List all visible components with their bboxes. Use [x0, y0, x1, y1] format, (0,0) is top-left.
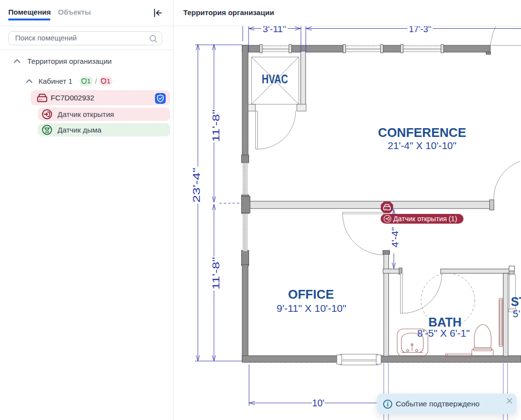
svg-text:HVAC: HVAC: [262, 72, 288, 86]
svg-text:5': 5': [513, 308, 520, 319]
svg-text:8'-5" X 6'-1": 8'-5" X 6'-1": [417, 327, 470, 339]
svg-text:3'-11": 3'-11": [263, 26, 286, 34]
svg-text:4'-4": 4'-4": [390, 227, 400, 248]
svg-text:BATH: BATH: [428, 315, 462, 329]
svg-text:11'-8": 11'-8": [211, 109, 221, 142]
svg-text:10': 10': [312, 398, 325, 408]
svg-text:ST: ST: [511, 295, 521, 308]
svg-text:11'-8": 11'-8": [211, 257, 221, 289]
svg-text:CONFERENCE: CONFERENCE: [378, 126, 466, 139]
svg-text:21'-4" X 10'-10": 21'-4" X 10'-10": [388, 140, 457, 151]
svg-text:9'-11" X 10'-10": 9'-11" X 10'-10": [277, 303, 347, 314]
svg-text:Датчик открытия (1): Датчик открытия (1): [393, 215, 457, 223]
svg-text:OFFICE: OFFICE: [288, 287, 334, 301]
svg-text:17'-3": 17'-3": [409, 26, 431, 34]
svg-text:23'-4": 23'-4": [191, 168, 202, 203]
